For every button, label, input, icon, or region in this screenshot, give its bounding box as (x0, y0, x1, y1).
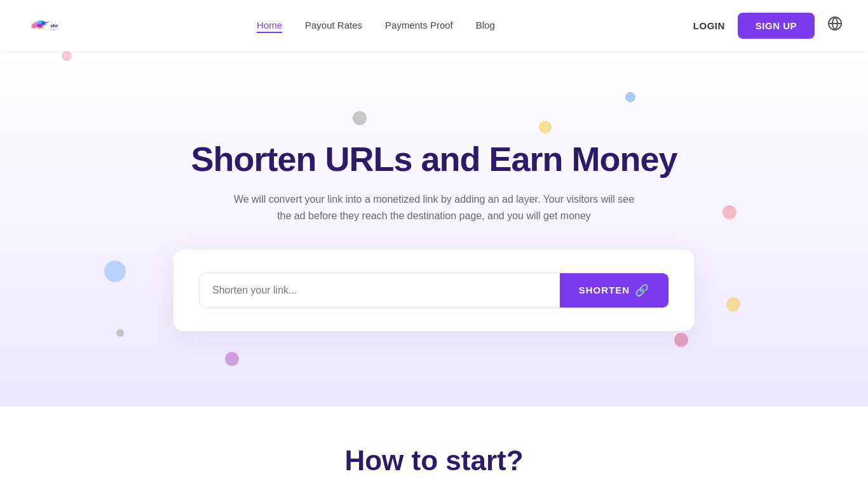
decorative-dot-3 (539, 121, 552, 133)
decorative-dot-6 (116, 329, 124, 337)
nav-link-blog[interactable]: Blog (476, 20, 495, 30)
decorative-dot-4 (722, 205, 736, 219)
nav-link-home[interactable]: Home (257, 20, 282, 33)
decorative-dot-5 (104, 261, 126, 282)
svg-text:shrtfly: shrtfly (50, 23, 58, 29)
decorative-dot-7 (225, 352, 239, 366)
hero-subtitle: We will convert your link into a monetiz… (231, 191, 637, 224)
how-section: How to start? 🖥️ ✂️ 💳 (0, 407, 868, 488)
decorative-dot-2 (625, 92, 635, 102)
decorative-dot-0 (62, 51, 72, 61)
svg-text:make money by links: make money by links (50, 28, 58, 31)
link-icon: 🔗 (635, 283, 649, 297)
navbar: shrtfly make money by links Home Payout … (0, 0, 868, 51)
globe-icon (827, 16, 843, 31)
hero-title: Shorten URLs and Earn Money (191, 139, 677, 179)
nav-logo[interactable]: shrtfly make money by links (25, 9, 58, 42)
nav-link-payments[interactable]: Payments Proof (385, 20, 453, 30)
signup-button[interactable]: SIGN UP (738, 13, 815, 39)
language-button[interactable] (827, 16, 843, 35)
decorative-dot-8 (674, 333, 688, 347)
nav-link-payout[interactable]: Payout Rates (305, 20, 362, 30)
decorative-dot-9 (726, 297, 740, 311)
shorten-button[interactable]: SHORTEN 🔗 (560, 273, 668, 308)
nav-links: Home Payout Rates Payments Proof Blog (257, 20, 495, 31)
shorten-input[interactable] (200, 274, 560, 306)
how-title: How to start? (344, 445, 523, 477)
shorten-label: SHORTEN (579, 285, 630, 295)
hero-section: Shorten URLs and Earn Money We will conv… (0, 51, 868, 407)
nav-right: LOGIN SIGN UP (693, 13, 843, 39)
shorten-row: SHORTEN 🔗 (199, 273, 669, 308)
login-button[interactable]: LOGIN (693, 20, 725, 31)
svg-point-4 (41, 22, 45, 25)
svg-point-3 (37, 24, 43, 27)
shorten-box: SHORTEN 🔗 (173, 250, 695, 331)
decorative-dot-1 (353, 111, 367, 125)
